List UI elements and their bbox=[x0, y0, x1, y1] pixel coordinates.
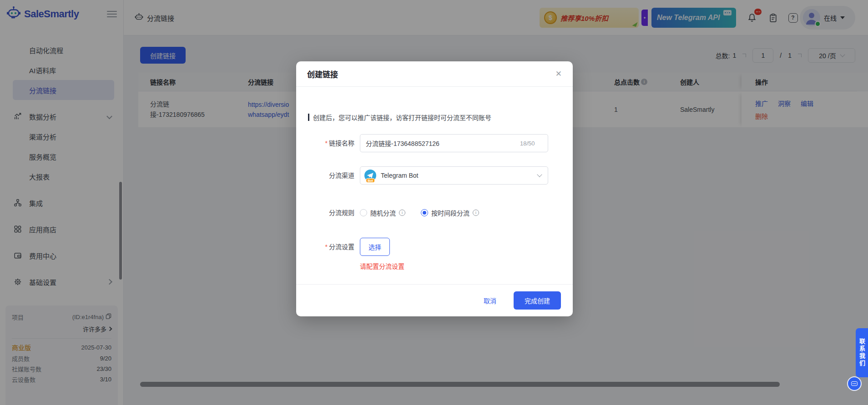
cancel-button[interactable]: 取消 bbox=[484, 296, 496, 305]
radio-selected-icon bbox=[421, 209, 428, 216]
settings-error-text: 请配置分流设置 bbox=[360, 261, 404, 270]
chevron-down-icon bbox=[537, 172, 542, 177]
telegram-icon: Bot bbox=[364, 170, 376, 181]
modal-title: 创建链接 bbox=[307, 68, 338, 80]
decoration bbox=[308, 114, 309, 121]
chat-launcher-button[interactable] bbox=[847, 376, 862, 391]
close-icon[interactable]: ✕ bbox=[555, 70, 562, 78]
rule-field-row: 分流规则 随机分流 i 按时间段分流 i bbox=[296, 207, 573, 218]
contact-us-tab[interactable]: 联系我们 bbox=[856, 328, 868, 377]
char-counter: 18/50 bbox=[520, 134, 535, 152]
choose-settings-button[interactable]: 选择 bbox=[360, 238, 390, 256]
required-asterisk: * bbox=[325, 140, 328, 147]
channel-selected-value: Telegram Bot bbox=[381, 172, 418, 179]
create-link-modal: 创建链接 ✕ 创建后，您可以推广该链接，访客打开链接时可分流至不同账号 *链接名… bbox=[296, 61, 573, 316]
radio-random-split[interactable]: 随机分流 i bbox=[360, 208, 405, 217]
info-icon[interactable]: i bbox=[399, 210, 405, 216]
channel-field-row: 分流渠道 Bot Telegram Bot bbox=[296, 166, 573, 185]
name-field-row: *链接名称 18/50 bbox=[296, 134, 573, 152]
settings-field-row: *分流设置 选择 请配置分流设置 bbox=[296, 238, 573, 274]
app-root: SaleSmartly 自动化流程 AI语料库 分流链接 数据分析 渠道分析 bbox=[0, 0, 868, 405]
radio-time-split[interactable]: 按时间段分流 i bbox=[421, 208, 479, 217]
submit-button[interactable]: 完成创建 bbox=[514, 291, 561, 310]
contact-us-label: 联系我们 bbox=[858, 338, 866, 367]
bot-badge: Bot bbox=[366, 178, 375, 183]
required-asterisk: * bbox=[325, 243, 328, 250]
modal-intro: 创建后，您可以推广该链接，访客打开链接时可分流至不同账号 bbox=[308, 113, 491, 122]
chat-icon bbox=[851, 381, 858, 386]
channel-select[interactable]: Bot Telegram Bot bbox=[360, 166, 548, 185]
modal-footer: 取消 完成创建 bbox=[296, 284, 573, 316]
radio-icon bbox=[360, 209, 367, 216]
info-icon[interactable]: i bbox=[473, 210, 479, 216]
modal-header: 创建链接 ✕ bbox=[296, 61, 573, 87]
